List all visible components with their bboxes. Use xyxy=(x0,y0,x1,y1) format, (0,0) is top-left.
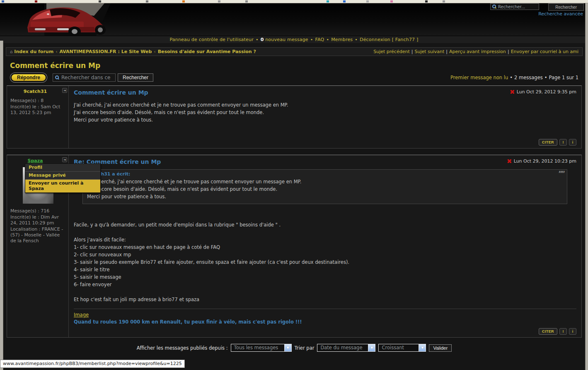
info-button[interactable]: i xyxy=(569,139,576,146)
window-border-left xyxy=(0,41,3,370)
page-title: Comment écrire un Mp xyxy=(10,61,578,70)
header-search-button[interactable]: Rechercher xyxy=(548,3,584,11)
post-1: 9catch31 ◄ Message(s) : 8 Inscrit(e) le … xyxy=(7,85,582,148)
quote-header: 9catch31 a écrit: xyxy=(87,171,556,177)
breadcrumb: ⌂Index du forum‹AVANTIMEPASSION.FR : Le … xyxy=(6,47,583,56)
chrome-bookmarks-bar xyxy=(0,0,588,3)
profile-stat-joined: Inscrit(e) le : Sam Oct 13, 2012 5:23 pm xyxy=(10,104,66,116)
topic-tools: Sujet précédent|Sujet suivant|Aperçu ava… xyxy=(373,49,578,54)
topic-meta: Premier message non lu•2 messages•Page 1… xyxy=(450,75,578,80)
quote-icon: ”” xyxy=(558,170,564,178)
chevron-down-icon: ▼ xyxy=(419,344,426,351)
nav-separator: • xyxy=(355,37,358,42)
report-button[interactable]: ! xyxy=(559,139,567,146)
bookmark-favicon xyxy=(245,0,248,2)
bookmark-favicon xyxy=(99,0,101,2)
bookmark-favicon xyxy=(366,0,369,2)
post-body-line: 2- clic sur nouveaux mp xyxy=(74,251,576,258)
post-body-line: Facile, y a qu'à demander, un petit mode… xyxy=(74,221,576,229)
nav-logout-link[interactable]: Déconnexion [ Fanch77 ] xyxy=(360,37,419,42)
site-header: Rechercher... Rechercher Recherche avanc… xyxy=(0,3,588,36)
nav-new-messages-link[interactable]: 0 nouveau message xyxy=(261,37,308,42)
quote-button[interactable]: CITER xyxy=(539,139,557,146)
prev-topic-link[interactable]: Sujet précédent xyxy=(373,49,409,54)
bookmark-favicon xyxy=(390,0,393,2)
post-body-line: 1- clic sur nouveaux message en haut de … xyxy=(74,243,576,251)
menu-item-private-message[interactable]: Message privé xyxy=(25,172,100,180)
search-icon xyxy=(55,75,59,80)
quote-button[interactable]: CITER xyxy=(539,328,557,335)
breadcrumb-topic-link[interactable]: Besoins d'aide sur Avantime Passion ? xyxy=(158,49,256,54)
sort-field-select[interactable]: Date du message ▼ xyxy=(317,344,375,352)
info-button[interactable]: i xyxy=(569,328,576,335)
post-body-line: 3- saisir le pseudo exemple Brio77 et fa… xyxy=(74,258,576,266)
topic-search-value: Rechercher dans ce xyxy=(61,75,110,80)
bookmark-favicon xyxy=(218,0,220,2)
nav-separator: • xyxy=(326,37,329,42)
image-link[interactable]: Image xyxy=(74,312,576,318)
breadcrumb-home-link[interactable]: Index du forum xyxy=(14,49,53,54)
breadcrumb-site-link[interactable]: AVANTIMEPASSION.FR : Le Site Web xyxy=(60,49,152,54)
bullet: • xyxy=(510,75,513,80)
new-post-icon[interactable] xyxy=(508,159,511,163)
search-icon xyxy=(492,5,496,9)
post-1-profile: 9catch31 ◄ Message(s) : 8 Inscrit(e) le … xyxy=(7,86,68,148)
post-body-line: 4- saisir le titre xyxy=(74,266,576,273)
breadcrumb-separator: ‹ xyxy=(154,49,155,54)
sort-order-select[interactable]: Croissant ▼ xyxy=(378,344,426,352)
post-body-line: Et hop c'est fait un joli mp adresse à b… xyxy=(74,296,576,303)
post-date: Lun Oct 29, 2012 10:23 pm xyxy=(508,158,576,164)
author-link[interactable]: 9catch31 xyxy=(10,89,60,95)
validate-button[interactable]: Valider xyxy=(429,344,452,352)
blank-line xyxy=(74,288,576,296)
new-post-icon[interactable] xyxy=(511,90,514,94)
list-controls: Afficher les messages publiés depuis : T… xyxy=(6,344,583,352)
print-view-link[interactable]: Aperçu avant impression xyxy=(449,49,506,54)
post-body-line: 5- saisir le message xyxy=(74,273,576,281)
post-body-line: J'ai cherché, j'ai encore cherché et je … xyxy=(74,101,576,109)
author-link[interactable]: Spaza xyxy=(10,158,60,164)
menu-item-profile[interactable]: Profil xyxy=(25,164,100,172)
bookmark-favicon xyxy=(146,0,148,2)
scrollbar-track[interactable] xyxy=(585,3,588,370)
profile-stat-messages: Message(s) : 716 xyxy=(10,208,66,214)
pipe-separator: | xyxy=(446,49,448,54)
breadcrumb-separator: ‹ xyxy=(56,49,57,54)
bookmark-favicon xyxy=(327,0,329,2)
report-button[interactable]: ! xyxy=(559,328,567,335)
topic-search-input[interactable]: Rechercher dans ce xyxy=(53,73,116,82)
user-context-menu: Profil Message privé Envoyer un courriel… xyxy=(25,163,101,193)
post-title[interactable]: Comment écrire un Mp xyxy=(74,89,148,96)
status-tooltip: www.avantimepassion.fr/phpBB3/memberlist… xyxy=(0,360,185,368)
post-date-text: Lun Oct 29, 2012 9:35 pm xyxy=(517,89,576,95)
header-search-input[interactable]: Rechercher... xyxy=(490,3,539,10)
collapse-profile-button[interactable]: ◄ xyxy=(62,88,67,93)
pipe-separator: | xyxy=(411,49,413,54)
reply-button[interactable]: Répondre xyxy=(11,74,46,81)
nav-user-cp-link[interactable]: Panneau de contrôle de l'utilisateur xyxy=(169,37,253,42)
bookmark-favicon xyxy=(425,0,428,2)
page-indicator: Page 1 sur 1 xyxy=(549,75,578,80)
bookmark-favicon xyxy=(343,0,346,2)
nav-members-link[interactable]: Membres xyxy=(331,37,353,42)
next-topic-link[interactable]: Sujet suivant xyxy=(414,49,444,54)
display-filter-value: Tous les messages xyxy=(231,344,284,351)
nav-faq-link[interactable]: FAQ xyxy=(315,37,324,42)
blank-line xyxy=(74,229,576,236)
display-filter-select[interactable]: Tous les messages ▼ xyxy=(231,344,292,352)
email-topic-link[interactable]: Envoyer par courriel à un ami xyxy=(511,49,578,54)
new-message-label: nouveau message xyxy=(265,37,308,42)
header-car-image xyxy=(22,3,119,36)
nav-separator: • xyxy=(310,37,313,42)
signature: Quand tu roules 190 000 km en Renault, t… xyxy=(74,319,576,325)
first-unread-link[interactable]: Premier message non lu xyxy=(450,75,508,80)
sort-field-value: Date du message xyxy=(317,344,368,351)
collapse-profile-button[interactable]: ◄ xyxy=(62,157,67,162)
sort-label: Trier par xyxy=(295,345,315,351)
sort-order-value: Croissant xyxy=(379,344,419,351)
profile-stat-location: Localisation : FRANCE - (57) - Moselle -… xyxy=(10,226,66,244)
menu-item-send-email[interactable]: Envoyer un courriel à Spaza xyxy=(25,180,100,192)
profile-stat-joined: Inscrit(e) le : Dim Avr 24, 2011 10:29 p… xyxy=(10,214,66,226)
topic-search-button[interactable]: Rechercher xyxy=(118,73,153,82)
advanced-search-link[interactable]: Recherche avancée xyxy=(538,11,583,17)
